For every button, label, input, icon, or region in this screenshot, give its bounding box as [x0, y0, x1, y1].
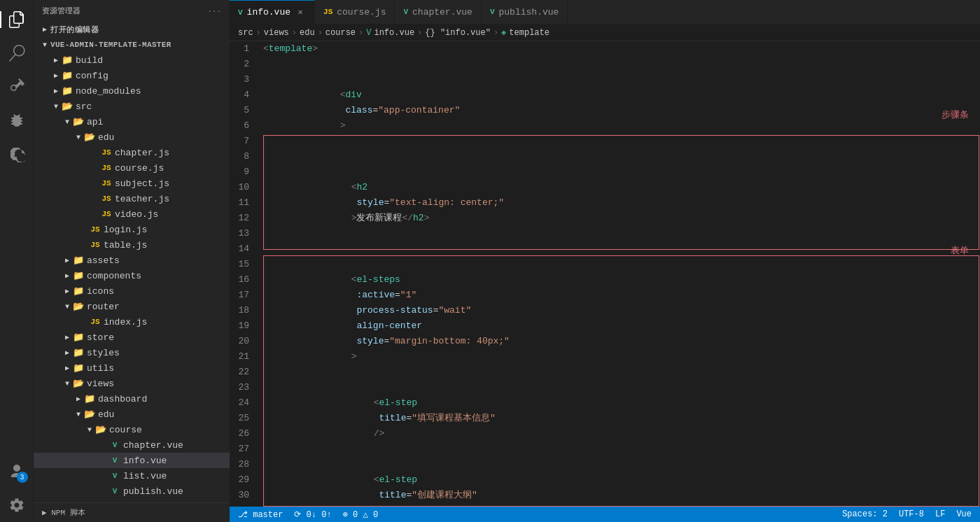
js-icon: JS: [101, 209, 112, 220]
npm-scripts[interactable]: ▶ NPM 脚本: [34, 502, 230, 522]
search-icon[interactable]: [0, 36, 34, 70]
account-icon[interactable]: 3: [0, 455, 34, 488]
tree-item-table-js[interactable]: ▶ JS table.js: [34, 237, 230, 253]
js-icon: JS: [101, 147, 112, 158]
folder-icon: 📁: [62, 85, 73, 97]
tree-item-publish-vue[interactable]: ▶ V publish.vue: [34, 484, 230, 499]
js-icon: JS: [101, 178, 112, 189]
code-line-1: <template>: [263, 41, 974, 57]
debug-icon[interactable]: [0, 104, 34, 137]
tree-item-chapter-vue[interactable]: ▶ V chapter.vue: [34, 437, 230, 453]
git-icon[interactable]: [0, 70, 34, 104]
tab-label: info.vue: [247, 7, 290, 17]
tree-item-styles[interactable]: ▶ 📁 styles: [34, 345, 230, 360]
code-line-8: <el-step title="填写课程基本信息" />: [263, 380, 974, 457]
code-content[interactable]: <template> <div class="app-container" >: [258, 41, 980, 507]
bc-file-icon: V: [366, 28, 371, 38]
folder-icon: 📁: [73, 255, 84, 266]
tree-item-store[interactable]: ▶ 📁 store: [34, 330, 230, 345]
tree-item-icons[interactable]: ▶ 📁 icons: [34, 283, 230, 299]
tab-vue-icon: V: [403, 8, 408, 16]
tab-vue-icon: V: [490, 8, 495, 16]
tree-item-edu-api[interactable]: ▼ 📂 edu: [34, 129, 230, 145]
tree-item-course-js[interactable]: ▶ JS course.js: [34, 160, 230, 176]
code-line-4: [263, 149, 974, 164]
js-icon: JS: [90, 224, 101, 235]
bc-obj: {} "info.vue": [425, 28, 491, 38]
sidebar-more-icon[interactable]: ···: [207, 7, 221, 15]
tree-item-dashboard[interactable]: ▶ 📁 dashboard: [34, 391, 230, 407]
status-errors: ⊗ 0 △ 0: [343, 509, 378, 520]
js-icon: JS: [101, 162, 112, 174]
tree-item-components[interactable]: ▶ 📁 components: [34, 268, 230, 283]
tree-item-video-js[interactable]: ▶ JS video.js: [34, 206, 230, 222]
tab-course-js[interactable]: JS course.js: [315, 0, 395, 24]
tab-label: publish.vue: [499, 7, 559, 17]
npm-scripts-label: NPM 脚本: [51, 509, 85, 517]
tab-vue-icon: V: [238, 8, 243, 17]
bc-src: src: [238, 28, 253, 38]
tree-item-login-js[interactable]: ▶ JS login.js: [34, 222, 230, 237]
tab-chapter-vue[interactable]: V chapter.vue: [395, 0, 481, 24]
project-arrow: ▼: [39, 39, 50, 50]
extensions-icon[interactable]: [0, 137, 34, 171]
settings-icon[interactable]: [0, 488, 34, 522]
folder-open-icon: 📂: [73, 116, 84, 127]
folder-icon: 📁: [84, 393, 95, 404]
tab-label: chapter.vue: [412, 7, 472, 17]
tree-item-views[interactable]: ▼ 📂 views: [34, 376, 230, 391]
tree-item-config[interactable]: ▶ 📁 config: [34, 68, 230, 83]
code-line-6: [263, 241, 974, 257]
activity-bar: 3: [0, 0, 34, 522]
folder-open-icon: 📂: [62, 101, 73, 112]
tree-item-node-modules[interactable]: ▶ 📁 node_modules: [34, 83, 230, 99]
tree-item-router[interactable]: ▼ 📂 router: [34, 299, 230, 314]
tabs-bar: V info.vue ✕ JS course.js V chapter.vue …: [230, 0, 980, 24]
sidebar-title: 资源管理器: [42, 6, 80, 16]
vue-icon: V: [109, 486, 120, 497]
code-line-3: <div class="app-container" >: [263, 72, 974, 149]
open-editors-section[interactable]: ▶ 打开的编辑器: [34, 22, 230, 37]
tree-item-build[interactable]: ▶ 📁 build: [34, 52, 230, 68]
folder-open-icon: 📂: [84, 132, 95, 143]
code-line-5: <h2 style="text-align: center;" >发布新课程</…: [263, 164, 974, 241]
tree-item-src[interactable]: ▼ 📂 src: [34, 99, 230, 114]
project-root[interactable]: ▼ VUE-ADMIN-TEMPLATE-MASTER: [34, 37, 230, 52]
status-language: Vue: [956, 509, 972, 519]
tab-close-button[interactable]: ✕: [295, 7, 306, 18]
folder-icon: 📁: [73, 347, 84, 358]
status-line-ending: LF: [935, 509, 945, 519]
tree-item-chapter-js[interactable]: ▶ JS chapter.js: [34, 145, 230, 160]
tab-info-vue[interactable]: V info.vue ✕: [230, 0, 315, 24]
vue-icon: V: [109, 439, 120, 451]
bc-file: info.vue: [374, 28, 414, 38]
folder-icon: 📁: [62, 70, 73, 81]
code-editor[interactable]: 1 2 3 4 5 6 7 8 9 10 11 12 13 14 15 16 1…: [230, 41, 980, 507]
tab-js-icon: JS: [323, 8, 332, 16]
vue-icon: V: [109, 455, 120, 466]
bc-template: template: [509, 28, 550, 38]
tree-item-list-vue[interactable]: ▶ V list.vue: [34, 468, 230, 484]
tree-item-course-views[interactable]: ▼ 📂 course: [34, 422, 230, 437]
open-editors-arrow: ▶: [39, 24, 50, 35]
tree-item-edu-views[interactable]: ▼ 📂 edu: [34, 407, 230, 422]
js-icon: JS: [90, 239, 101, 251]
status-right: Spaces: 2 UTF-8 LF Vue: [842, 509, 972, 519]
js-icon: JS: [90, 316, 101, 327]
tree-item-utils[interactable]: ▶ 📁 utils: [34, 360, 230, 376]
tab-publish-vue[interactable]: V publish.vue: [482, 0, 568, 24]
tree-item-subject-js[interactable]: ▶ JS subject.js: [34, 176, 230, 191]
tree-item-router-index[interactable]: ▶ JS index.js: [34, 314, 230, 330]
tree-item-teacher-js[interactable]: ▶ JS teacher.js: [34, 191, 230, 206]
tree-item-api[interactable]: ▼ 📂 api: [34, 114, 230, 129]
tree-item-assets[interactable]: ▶ 📁 assets: [34, 253, 230, 268]
status-branch: ⎇ master: [238, 509, 283, 520]
notification-badge: 3: [17, 472, 28, 483]
editor-area: V info.vue ✕ JS course.js V chapter.vue …: [230, 0, 980, 522]
code-line-2: [263, 57, 974, 72]
files-icon[interactable]: [0, 3, 34, 36]
tree-item-info-vue[interactable]: ▶ V info.vue: [34, 453, 230, 468]
sidebar-header: 资源管理器 ···: [34, 0, 230, 22]
status-encoding: UTF-8: [899, 509, 924, 519]
code-line-9: <el-step title="创建课程大纲" />: [263, 457, 974, 507]
